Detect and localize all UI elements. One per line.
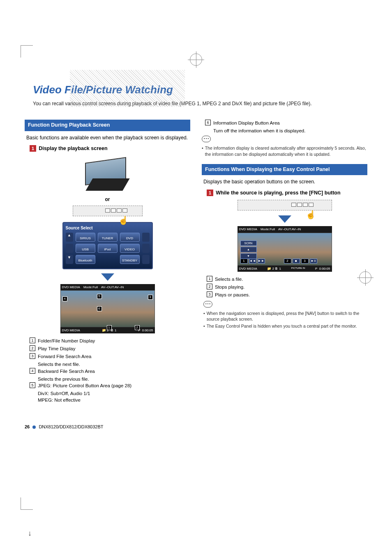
right-step-1: 1 While the source is playing, press the…: [207, 190, 366, 197]
source-side-left-2[interactable]: [66, 244, 73, 253]
pb-bottom-source: DVD MEDIA: [62, 328, 80, 333]
device-illustration: [77, 156, 138, 193]
down-arrow-icon: [278, 215, 291, 223]
right-section-header: Functions When Displaying the Easy Contr…: [202, 164, 367, 176]
source-btn-dvd[interactable]: DVD: [120, 233, 140, 242]
front-panel-strip: [73, 206, 143, 216]
easy-control-figure: DVD MEDIA Mode:Full AV–OUT:AV–IN SCRN ▲ …: [238, 226, 332, 271]
es-top-mode: Mode:Full: [261, 227, 275, 231]
playback-screen-figure: DVD MEDIA Mode:Full AV–OUT:AV–IN 4 5 3 6…: [60, 284, 155, 333]
callout-4: 4: [62, 296, 67, 301]
page-number: 26: [25, 424, 30, 429]
source-select-title: Source Select: [66, 225, 150, 231]
left-desc: Basic functions are available even when …: [26, 134, 189, 141]
right-column: 6Information Display Button Area Turn of…: [202, 120, 367, 407]
left-step-1: 1 Display the playback screen: [30, 145, 189, 153]
note-icon: [203, 301, 212, 308]
source-btn-tuner[interactable]: TUNER: [98, 233, 118, 242]
es-top-source: DVD MEDIA: [239, 227, 257, 231]
es-top-av: AV–OUT:AV–IN: [278, 227, 301, 231]
right-callout-list: 1Selects a file. 2Stops playing. 3Plays …: [207, 276, 366, 298]
source-down-icon[interactable]: ▼: [66, 255, 73, 264]
source-btn-ipod[interactable]: iPod: [98, 244, 118, 253]
pb-top-mode: Mode:Full: [83, 285, 98, 289]
step-number-badge: 1: [30, 145, 36, 152]
down-arrow-icon: [101, 273, 114, 281]
footer-models: DNX8120/DDX812/DDX8032BT: [39, 424, 103, 429]
front-panel-strip-2: [238, 200, 332, 210]
source-btn-standby[interactable]: STANDBY: [120, 255, 140, 264]
page-footer: 26 DNX8120/DDX812/DDX8032BT: [25, 424, 367, 430]
step-number-badge: 1: [207, 190, 213, 196]
easy-bottom-controls[interactable]: 1 ◄◄ ►► 2 ■ 3 ►II: [240, 259, 317, 264]
callout-5: 5: [97, 294, 102, 299]
left-callout-list: 1Folder/File Number Display 2Play Time D…: [30, 338, 189, 403]
right-notes-1: The information display is cleared autom…: [202, 145, 367, 157]
source-btn-sirius[interactable]: SIRIUS: [76, 233, 95, 242]
right-step-1-label: While the source is playing, press the […: [216, 190, 341, 197]
source-btn-video[interactable]: VIDEO: [120, 244, 140, 253]
source-select-screen: Source Select ▲ SIRIUS TUNER DVD USB iPo…: [62, 222, 153, 269]
source-side-right-1[interactable]: [142, 233, 150, 242]
source-up-icon[interactable]: ▲: [66, 233, 73, 242]
footer-dot-icon: [32, 426, 36, 429]
callout-3: 3: [148, 295, 153, 300]
left-column: Function During Playback Screen Basic fu…: [25, 120, 190, 407]
easy-side-controls[interactable]: SCRN ▲ ▼: [240, 240, 257, 260]
source-btn-bluetooth[interactable]: Bluetooth: [76, 255, 95, 264]
decorative-hatching: [70, 70, 185, 107]
pb-top-source: DVD MEDIA: [62, 285, 80, 289]
left-step-1-label: Display the playback screen: [39, 145, 107, 153]
pb-top-av: AV–OUT:AV–IN: [101, 285, 124, 289]
right-desc: Displays the basic operation buttons on …: [203, 178, 366, 185]
callout-1: 1: [107, 325, 112, 330]
source-side-right-2[interactable]: [142, 244, 150, 253]
source-btn-usb[interactable]: USB: [76, 244, 95, 253]
callout-2: 2: [135, 325, 140, 330]
left-section-header: Function During Playback Screen: [25, 120, 190, 131]
or-label: or: [26, 196, 189, 203]
callout-6: 6: [97, 306, 102, 311]
note-icon: [202, 136, 211, 142]
right-notes-2: When the navigation screen is displayed,…: [203, 310, 366, 329]
source-side-right-3[interactable]: [142, 255, 150, 264]
